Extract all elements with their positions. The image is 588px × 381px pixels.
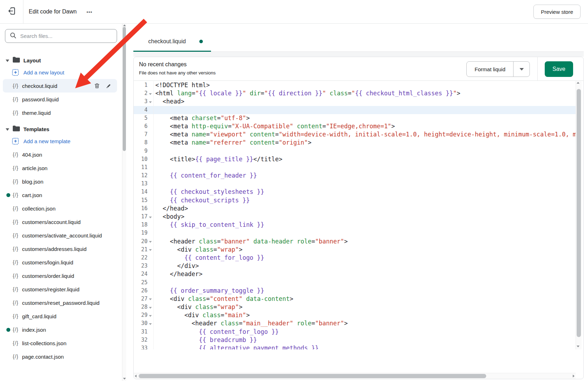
fold-zone xyxy=(148,237,153,246)
add-new-button[interactable]: +Add a new template xyxy=(0,134,122,148)
editor-vscroll-thumb[interactable] xyxy=(577,89,581,337)
editor-vertical-scrollbar[interactable] xyxy=(576,81,582,349)
code-line[interactable]: 23 </div> xyxy=(134,262,576,270)
code-file-icon: {/} xyxy=(13,219,18,225)
file-row[interactable]: {/}checkout.liquid xyxy=(3,79,117,93)
editor-hscroll-thumb[interactable] xyxy=(139,374,486,378)
code-text: {{ content_for_logo }} xyxy=(155,328,576,336)
scroll-left-icon[interactable] xyxy=(135,375,137,377)
file-row[interactable]: {/}customers/addresses.liquid xyxy=(3,242,117,256)
code-line[interactable]: 15 {{ checkout_scripts }} xyxy=(134,196,576,204)
code-line[interactable]: 31 {{ content_for_logo }} xyxy=(134,328,576,336)
add-icon: + xyxy=(12,69,19,76)
fold-caret-icon[interactable] xyxy=(149,315,152,317)
file-row[interactable]: {/}404.json xyxy=(3,148,117,161)
file-row[interactable]: {/}gift_card.liquid xyxy=(3,309,117,323)
code-line[interactable]: 5 <meta charset="utf-8"> xyxy=(134,114,576,122)
search-input[interactable] xyxy=(20,33,112,39)
code-line[interactable]: 6 <meta http-equiv="X-UA-Compatible" con… xyxy=(134,122,576,130)
tab-checkout-liquid[interactable]: checkout.liquid xyxy=(133,32,211,52)
file-row[interactable]: {/}customers/register.liquid xyxy=(3,282,117,296)
code-line[interactable]: 13 xyxy=(134,180,576,188)
code-line[interactable]: 20 <header class="banner" data-header ro… xyxy=(134,237,576,246)
fold-caret-icon[interactable] xyxy=(149,307,152,309)
file-row[interactable]: {/}list-collections.json xyxy=(3,336,117,350)
preview-store-button[interactable]: Preview store xyxy=(533,5,581,19)
scroll-right-icon[interactable] xyxy=(573,375,575,377)
fold-caret-icon[interactable] xyxy=(149,241,152,243)
code-line[interactable]: 1<!DOCTYPE html> xyxy=(134,81,576,89)
scroll-down-icon[interactable] xyxy=(577,346,579,347)
sidebar-scrollbar[interactable] xyxy=(122,24,126,381)
folder-row-layout[interactable]: Layout xyxy=(0,55,122,66)
file-sidebar: Layout+Add a new layout{/}checkout.liqui… xyxy=(0,24,122,381)
code-line[interactable]: 32 {{ breadcrumb }} xyxy=(134,336,576,344)
code-line[interactable]: 3 <head> xyxy=(134,97,576,106)
code-line[interactable]: 33 {{ alternative_payment_methods }} xyxy=(134,344,576,349)
fold-caret-icon[interactable] xyxy=(149,249,152,251)
file-row[interactable]: {/}index.json xyxy=(3,323,117,336)
format-liquid-label[interactable]: Format liquid xyxy=(467,62,513,77)
line-number: 12 xyxy=(134,172,148,180)
file-row[interactable]: {/}cart.json xyxy=(3,188,117,202)
code-line[interactable]: 12 {{ content_for_header }} xyxy=(134,172,576,180)
code-line[interactable]: 9 xyxy=(134,147,576,155)
format-liquid-dropdown[interactable] xyxy=(513,62,529,77)
file-row[interactable]: {/}customers/login.liquid xyxy=(3,256,117,269)
overflow-menu-icon[interactable]: ••• xyxy=(84,6,95,17)
code-line[interactable]: 21 <div class="wrap"> xyxy=(134,246,576,254)
file-row[interactable]: {/}page.contact.json xyxy=(3,350,117,363)
folder-row-templates[interactable]: Templates xyxy=(0,124,122,134)
search-box xyxy=(5,29,117,43)
line-number: 20 xyxy=(134,237,148,246)
file-row[interactable]: {/}article.json xyxy=(3,161,117,175)
fold-caret-icon[interactable] xyxy=(149,298,152,300)
fold-caret-icon[interactable] xyxy=(149,101,152,103)
fold-caret-icon[interactable] xyxy=(149,93,152,95)
code-line[interactable]: 28 <div class="wrap"> xyxy=(134,303,576,311)
code-line[interactable]: 14 {{ checkout_stylesheets }} xyxy=(134,188,576,196)
code-line[interactable]: 4 xyxy=(134,106,576,114)
fold-caret-icon[interactable] xyxy=(149,323,152,325)
code-file-icon: {/} xyxy=(13,192,18,198)
code-editor[interactable]: 1<!DOCTYPE html>2<html lang="{{ locale }… xyxy=(134,81,576,349)
code-text xyxy=(155,229,576,237)
code-line[interactable]: 26 {{ order_summary_toggle }} xyxy=(134,287,576,295)
code-line[interactable]: 30 <header class="main__header" role="ba… xyxy=(134,319,576,327)
code-line[interactable]: 17 <body> xyxy=(134,213,576,221)
code-line[interactable]: 27 <div class="content" data-content> xyxy=(134,295,576,303)
fold-caret-icon[interactable] xyxy=(149,217,152,218)
delete-file-icon[interactable] xyxy=(94,83,100,89)
file-row[interactable]: {/}customers/reset_password.liquid xyxy=(3,296,117,309)
code-line[interactable]: 8 <meta name="referrer" content="origin"… xyxy=(134,139,576,147)
rename-file-icon[interactable] xyxy=(105,83,112,89)
format-liquid-button[interactable]: Format liquid xyxy=(466,61,530,77)
editor-horizontal-scrollbar[interactable] xyxy=(134,373,576,379)
file-row[interactable]: {/}collection.json xyxy=(3,202,117,215)
file-row[interactable]: {/}password.liquid xyxy=(3,93,117,106)
file-row[interactable]: {/}customers/activate_account.liquid xyxy=(3,229,117,242)
code-line[interactable]: 18 {{ skip_to_content_link }} xyxy=(134,221,576,229)
code-line[interactable]: 22 {{ content_for_logo }} xyxy=(134,254,576,262)
code-line[interactable]: 10 <title>{{ page_title }}</title> xyxy=(134,155,576,163)
scroll-down-icon[interactable] xyxy=(123,378,126,380)
fold-zone xyxy=(148,204,153,213)
code-line[interactable]: 11 xyxy=(134,163,576,172)
exit-button[interactable] xyxy=(0,0,23,23)
code-line[interactable]: 19 xyxy=(134,229,576,237)
file-row[interactable]: {/}customers/order.liquid xyxy=(3,269,117,282)
file-row[interactable]: {/}theme.liquid xyxy=(3,106,117,119)
code-line[interactable]: 29 <div class="main"> xyxy=(134,311,576,319)
file-row[interactable]: {/}blog.json xyxy=(3,175,117,188)
add-new-button[interactable]: +Add a new layout xyxy=(0,66,122,79)
code-line[interactable]: 7 <meta name="viewport" content="width=d… xyxy=(134,130,576,139)
save-button[interactable]: Save xyxy=(545,61,573,77)
file-row[interactable]: {/}customers/account.liquid xyxy=(3,215,117,229)
scroll-up-icon[interactable] xyxy=(123,24,126,26)
scroll-up-icon[interactable] xyxy=(577,82,579,84)
code-line[interactable]: 2<html lang="{{ locale }}" dir="{{ direc… xyxy=(134,89,576,97)
code-line[interactable]: 24 </header> xyxy=(134,270,576,278)
code-line[interactable]: 16 </head> xyxy=(134,204,576,213)
code-line[interactable]: 25 xyxy=(134,279,576,287)
sidebar-scrollbar-thumb[interactable] xyxy=(123,27,126,151)
